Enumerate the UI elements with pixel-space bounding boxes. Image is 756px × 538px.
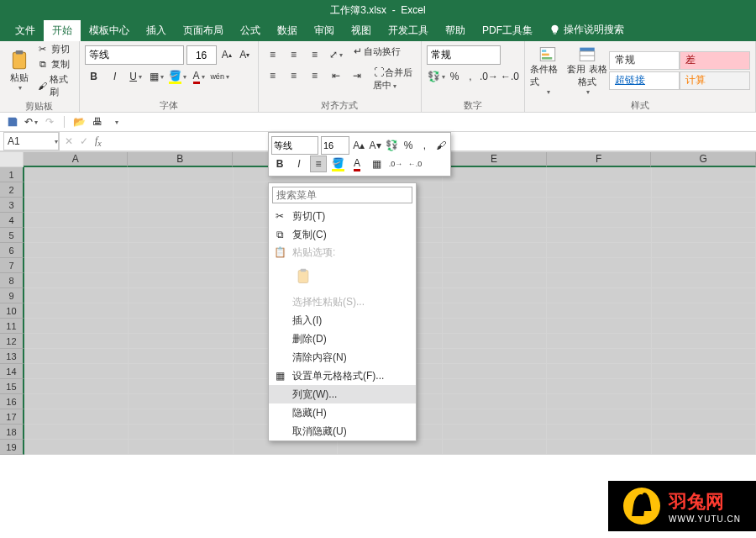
row-header[interactable]: 15: [0, 379, 24, 394]
align-right-button[interactable]: ≡: [306, 66, 324, 85]
cell[interactable]: [24, 394, 129, 409]
row-header[interactable]: 5: [0, 228, 24, 243]
tab-dev[interactable]: 开发工具: [380, 19, 437, 41]
cell[interactable]: [129, 319, 233, 334]
qat-redo-button[interactable]: ↷: [42, 114, 57, 129]
cell-style-normal[interactable]: 常规: [609, 51, 680, 70]
indent-decrease-button[interactable]: ⇤: [327, 66, 345, 85]
cell[interactable]: [24, 425, 129, 440]
qat-open-button[interactable]: 📂: [71, 114, 87, 129]
row-header[interactable]: 10: [0, 303, 24, 319]
align-middle-button[interactable]: ≡: [285, 45, 303, 64]
cell[interactable]: [547, 319, 651, 334]
cell[interactable]: [652, 258, 756, 273]
tab-help[interactable]: 帮助: [437, 19, 474, 41]
cell[interactable]: [129, 334, 233, 349]
font-name-select[interactable]: [85, 45, 184, 65]
row-header[interactable]: 12: [0, 334, 24, 349]
mini-currency[interactable]: 💱: [385, 137, 399, 154]
cell[interactable]: [24, 334, 129, 349]
cell[interactable]: [652, 425, 756, 440]
ctx-cut[interactable]: ✂剪切(T): [269, 207, 416, 225]
cell-style-hyperlink[interactable]: 超链接: [609, 71, 680, 90]
row-header[interactable]: 19: [0, 440, 24, 455]
cell[interactable]: [547, 258, 651, 273]
enter-icon[interactable]: ✓: [80, 135, 88, 147]
cell[interactable]: [443, 303, 547, 319]
cell[interactable]: [652, 243, 756, 258]
mini-font-select[interactable]: [271, 136, 318, 155]
row-header[interactable]: 3: [0, 198, 24, 213]
cell[interactable]: [129, 167, 233, 182]
row-header[interactable]: 6: [0, 243, 24, 258]
cell[interactable]: [129, 273, 233, 288]
cell[interactable]: [24, 228, 129, 243]
italic-button[interactable]: I: [106, 67, 124, 86]
row-header[interactable]: 9: [0, 288, 24, 303]
percent-button[interactable]: %: [448, 67, 461, 86]
number-format-select[interactable]: [427, 45, 501, 65]
cell[interactable]: [24, 409, 129, 425]
cell[interactable]: [443, 167, 547, 182]
cell[interactable]: [443, 409, 547, 425]
cell[interactable]: [24, 182, 129, 198]
mini-align-center[interactable]: ≡: [310, 156, 327, 172]
cell[interactable]: [24, 273, 129, 288]
row-header[interactable]: 14: [0, 364, 24, 379]
ctx-unhide[interactable]: 取消隐藏(U): [269, 422, 416, 440]
cell[interactable]: [443, 213, 547, 228]
tab-data[interactable]: 数据: [269, 19, 306, 41]
cell[interactable]: [652, 319, 756, 334]
tab-review[interactable]: 审阅: [306, 19, 343, 41]
cell[interactable]: [547, 440, 651, 455]
cell[interactable]: [24, 349, 129, 364]
cell[interactable]: [24, 213, 129, 228]
cell[interactable]: [129, 258, 233, 273]
cell[interactable]: [129, 364, 233, 379]
cell[interactable]: [652, 273, 756, 288]
cell[interactable]: [129, 213, 233, 228]
orientation-button[interactable]: ⤢▾: [327, 45, 345, 64]
bold-button[interactable]: B: [85, 67, 103, 86]
cell-style-calc[interactable]: 计算: [680, 71, 750, 90]
cell[interactable]: [129, 303, 233, 319]
row-header[interactable]: 18: [0, 425, 24, 440]
tab-view[interactable]: 视图: [343, 19, 380, 41]
format-as-table-button[interactable]: 套用 表格格式▾: [565, 45, 609, 96]
decrease-font-button[interactable]: A▾: [237, 45, 253, 64]
ctx-copy[interactable]: ⧉复制(C): [269, 225, 416, 244]
col-header-B[interactable]: B: [128, 152, 233, 167]
border-button[interactable]: ▦▾: [148, 67, 166, 86]
cell[interactable]: [652, 288, 756, 303]
cell[interactable]: [129, 409, 233, 425]
cell[interactable]: [547, 288, 651, 303]
cell-style-bad[interactable]: 差: [680, 51, 750, 70]
mini-bold[interactable]: B: [271, 156, 288, 172]
cell[interactable]: [547, 409, 651, 425]
mini-format-painter[interactable]: 🖌: [434, 137, 448, 154]
mini-decimal-inc[interactable]: .0→: [387, 156, 404, 172]
cell[interactable]: [547, 167, 651, 182]
format-painter-button[interactable]: 🖌格式刷: [37, 73, 74, 98]
cell[interactable]: [443, 394, 547, 409]
cell[interactable]: [652, 228, 756, 243]
col-header-F[interactable]: F: [547, 152, 652, 167]
cell[interactable]: [547, 273, 651, 288]
cut-button[interactable]: ✂剪切: [37, 43, 74, 55]
fill-color-button[interactable]: 🪣▾: [169, 67, 187, 86]
cell[interactable]: [24, 288, 129, 303]
cell[interactable]: [129, 228, 233, 243]
align-center-button[interactable]: ≡: [285, 66, 303, 85]
row-header[interactable]: 16: [0, 394, 24, 409]
font-color-button[interactable]: A▾: [190, 67, 208, 86]
cell[interactable]: [547, 213, 651, 228]
cell[interactable]: [652, 394, 756, 409]
mini-size-select[interactable]: [321, 136, 349, 155]
qat-customize-button[interactable]: ▾: [108, 114, 123, 129]
cell[interactable]: [443, 440, 547, 455]
row-header[interactable]: 13: [0, 349, 24, 364]
cell[interactable]: [129, 288, 233, 303]
cell[interactable]: [129, 425, 233, 440]
cell[interactable]: [652, 409, 756, 425]
underline-button[interactable]: U▾: [127, 67, 145, 86]
